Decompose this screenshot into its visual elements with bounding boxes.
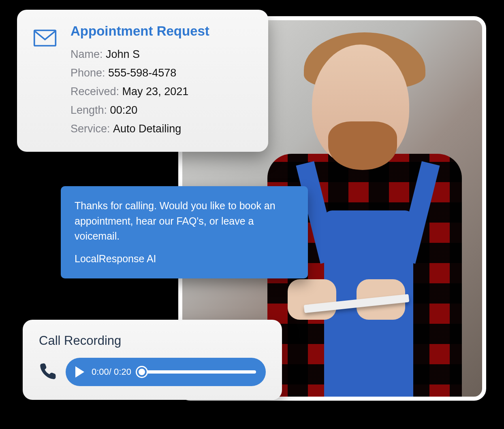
player-seek-track[interactable] <box>139 370 256 374</box>
ai-source-label: LocalResponse AI <box>75 251 294 267</box>
appt-received-row: Received: May 23, 2021 <box>70 83 209 101</box>
appt-length-value: 00:20 <box>110 104 138 116</box>
appt-phone-value: 555-598-4578 <box>108 67 176 79</box>
appt-received-value: May 23, 2021 <box>122 85 189 98</box>
player-duration: 0:20 <box>114 367 131 377</box>
appt-name-row: Name: John S <box>70 45 209 64</box>
audio-player[interactable]: 0:00/ 0:20 <box>66 358 266 386</box>
appt-name-value: John S <box>106 48 140 60</box>
appt-phone-label: Phone: <box>70 67 105 79</box>
appt-name-label: Name: <box>70 48 103 60</box>
appt-service-label: Service: <box>70 123 110 135</box>
appointment-title: Appointment Request <box>70 23 209 39</box>
appt-phone-row: Phone: 555-598-4578 <box>70 64 209 83</box>
player-time-sep: / <box>109 367 114 377</box>
appt-service-row: Service: Auto Detailing <box>70 120 209 138</box>
appointment-body: Appointment Request Name: John S Phone: … <box>70 23 209 138</box>
play-button[interactable] <box>75 366 84 378</box>
ai-message-text: Thanks for calling. Would you like to bo… <box>75 198 294 244</box>
envelope-icon <box>33 29 58 138</box>
ai-response-bubble: Thanks for calling. Would you like to bo… <box>61 186 308 278</box>
call-recording-card: Call Recording 0:00/ 0:20 <box>23 320 282 400</box>
player-current-time: 0:00 <box>92 367 109 377</box>
player-seek-thumb[interactable] <box>137 367 147 377</box>
appt-length-label: Length: <box>70 104 107 116</box>
appt-received-label: Received: <box>70 85 119 98</box>
call-recording-title: Call Recording <box>39 333 266 348</box>
appt-service-value: Auto Detailing <box>113 123 181 135</box>
phone-icon <box>39 362 58 382</box>
appt-length-row: Length: 00:20 <box>70 101 209 120</box>
player-time: 0:00/ 0:20 <box>92 367 131 377</box>
appointment-request-card: Appointment Request Name: John S Phone: … <box>17 10 268 152</box>
